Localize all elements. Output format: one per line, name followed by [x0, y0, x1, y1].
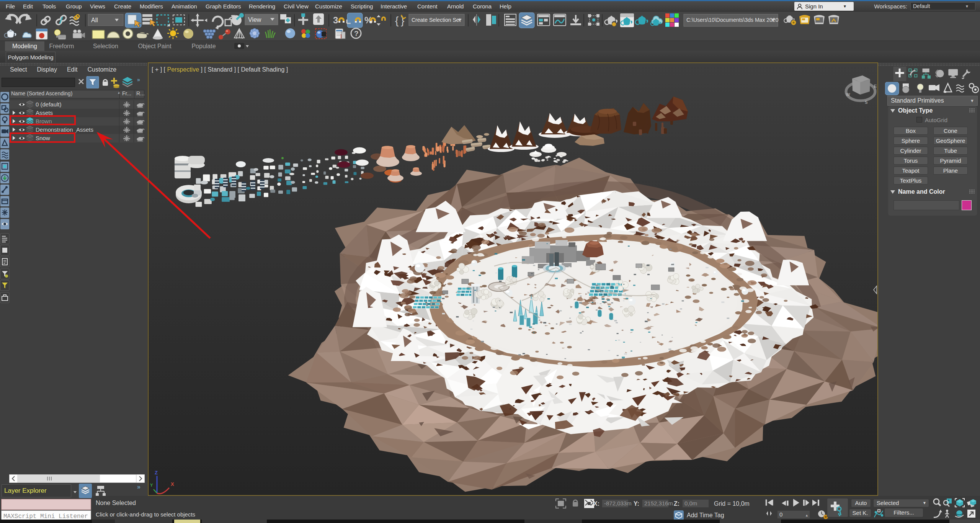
svg-text:C:\Users\10\Documents\3ds Max: C:\Users\10\Documents\3ds Max 2020	[686, 17, 779, 23]
svg-text:View: View	[248, 16, 261, 23]
svg-text:X: X	[171, 481, 174, 487]
svg-text:All: All	[91, 17, 98, 23]
svg-text:E: E	[874, 84, 877, 88]
svg-text:S: S	[865, 100, 867, 105]
svg-text:?: ?	[354, 29, 359, 38]
svg-text:Z: Z	[155, 470, 158, 476]
svg-text:W: W	[846, 92, 850, 97]
svg-text:3: 3	[333, 15, 338, 25]
svg-text:Create Selection Set: Create Selection Set	[412, 17, 461, 23]
svg-text:{ }: { }	[395, 15, 404, 26]
svg-text:Y: Y	[150, 483, 153, 487]
svg-text:»: »	[137, 77, 140, 83]
